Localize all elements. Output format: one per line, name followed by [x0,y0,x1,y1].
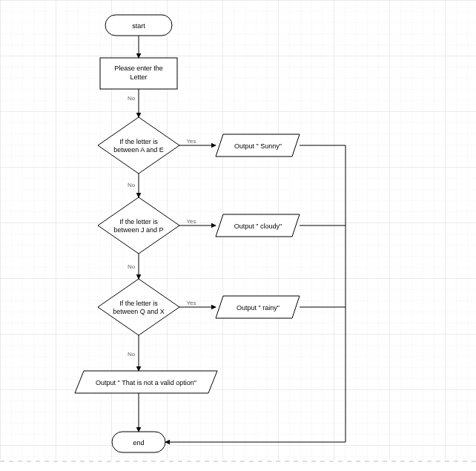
end-label: end [133,439,144,447]
dec1-l2: between A and E [113,146,164,154]
input-line1: Please enter the [114,65,163,72]
end-node[interactable]: end [112,432,165,452]
output-1[interactable]: Output " Sunny" [216,134,300,157]
edge-dec3-no-label: No [128,351,136,358]
edge-dec1-no-label: No [128,182,136,188]
output-4[interactable]: Output " That is not a valid option" [75,371,217,393]
out3-label: Output " rainy" [237,304,280,312]
edge-dec1-yes-label: Yes [186,138,196,145]
start-label: start [132,22,145,30]
input-line2: Letter [130,73,147,81]
dec1-l1: If the letter is [119,138,158,145]
flowchart-canvas[interactable]: start Please enter the Letter If the let… [0,0,476,471]
dec3-l2: between Q and X [113,308,165,315]
edge-input-dec1-label: No [128,95,136,102]
start-node[interactable]: start [105,15,172,36]
edge-dec3-yes-label: Yes [186,300,196,306]
dec3-l1: If the letter is [119,300,158,307]
out4-label: Output " That is not a valid option" [96,379,196,386]
output-2[interactable]: Output " cloudy" [216,214,300,237]
output-3[interactable]: Output " rainy" [216,296,300,318]
out1-label: Output " Sunny" [234,142,282,150]
edge-dec2-no-label: No [128,263,136,270]
dec2-l2: between J and P [113,226,163,234]
edge-dec2-yes-label: Yes [186,218,196,225]
input-node[interactable]: Please enter the Letter [100,58,177,89]
dec2-l1: If the letter is [119,218,158,225]
out2-label: Output " cloudy" [234,223,282,230]
